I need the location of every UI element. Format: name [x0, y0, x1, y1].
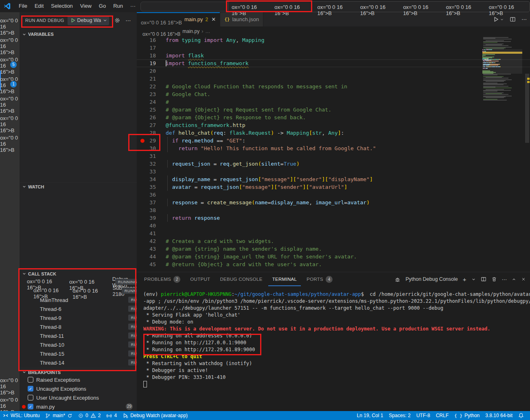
ports-indicator[interactable]: 4 [103, 411, 120, 420]
launch-config-dropdown[interactable]: Debug Wa [68, 15, 110, 25]
language-mode[interactable]: { }Python [451, 411, 482, 420]
panel-tab-terminal[interactable]: TERMINAL [268, 272, 301, 286]
line-number[interactable]: 39 [137, 214, 166, 222]
menu-view[interactable]: View [77, 3, 95, 9]
debug-settings-gear-icon[interactable] [114, 17, 120, 24]
breakpoint-row[interactable]: ✓main.py29 [20, 402, 137, 411]
run-python-file-button[interactable] [493, 16, 504, 22]
sidebar-more-actions-icon[interactable]: ⋯ [125, 18, 131, 24]
line-number[interactable]: 24 [137, 98, 166, 106]
line-number[interactable]: 16 [137, 36, 166, 44]
python-interpreter[interactable]: 3.8.10 64-bit [482, 411, 515, 420]
terminal-output[interactable]: (env) pierrick@LAPTOP-HKU5PNNG:~/git/goo… [143, 291, 526, 389]
line-number[interactable]: 23 [137, 90, 166, 98]
step-out-icon[interactable]: ox="0 0 16 16">B [403, 0, 440, 16]
panel-tab-output[interactable]: OUTPUT [186, 272, 214, 286]
callstack-row[interactable]: ox="0 0 16 16">Box="0 0 16 16">BSubproce… [20, 287, 137, 295]
line-number[interactable]: 40 [137, 222, 166, 230]
panel-tab-problems[interactable]: PROBLEMS2 [140, 272, 184, 286]
code-line[interactable]: 26# @param {Object} res Response to send… [137, 114, 530, 121]
line-number[interactable]: 42 [137, 237, 166, 245]
code-line[interactable]: 28def hello_chat(req: flask.Request) -> … [137, 129, 530, 137]
callstack-row[interactable]: Thread-14RUNNING [20, 358, 137, 367]
callstack-row[interactable]: Thread-10RUNNING [20, 340, 137, 349]
line-number[interactable]: 31 [137, 152, 166, 160]
line-number[interactable]: 35 [137, 183, 166, 191]
code-line[interactable]: 30 return "Hello! This function must be … [137, 144, 530, 152]
code-line[interactable]: 36 [137, 191, 530, 199]
code-line[interactable]: 31 [137, 152, 530, 160]
line-number[interactable]: 38 [137, 206, 166, 214]
stop-icon[interactable]: ox="0 0 16 16">B [489, 0, 526, 16]
line-number[interactable]: 28 [137, 129, 166, 137]
code-line[interactable]: 23# Google Chat. [137, 90, 530, 98]
code-line[interactable]: 34 display_name = request_json["message"… [137, 175, 530, 183]
callstack-row[interactable]: Thread-8RUNNING [20, 322, 137, 331]
line-number[interactable]: 37 [137, 199, 166, 206]
line-number[interactable]: 17 [137, 44, 166, 52]
code-line[interactable]: 20 [137, 67, 530, 75]
callstack-row[interactable]: MainThreadRUNNING [20, 295, 137, 304]
minimap[interactable] [482, 37, 522, 102]
line-number[interactable]: 34 [137, 175, 166, 183]
line-number[interactable]: 25 [137, 106, 166, 114]
code-line[interactable]: 25# @param {Object} req Request sent fro… [137, 106, 530, 114]
code-line[interactable]: 38 [137, 206, 530, 214]
code-line[interactable]: 17 [137, 44, 530, 52]
chevron-up-icon[interactable] [512, 277, 516, 282]
code-line[interactable]: 45# @return {Object} a card with the use… [137, 260, 530, 268]
split-terminal-icon[interactable] [481, 276, 486, 282]
code-line[interactable]: 16from typing import Any, Mapping [137, 36, 530, 44]
remote-indicator[interactable]: WSL: Ubuntu [0, 411, 42, 420]
checkbox[interactable] [28, 377, 33, 383]
breakpoint-row[interactable]: ✓Uncaught Exceptions [20, 384, 137, 393]
kill-terminal-icon[interactable] [491, 276, 497, 282]
close-panel-icon[interactable] [521, 277, 526, 282]
terminal-instance-label[interactable]: Python Debug Console [405, 276, 458, 282]
line-number[interactable]: 33 [137, 168, 166, 175]
step-into-icon[interactable]: ox="0 0 16 16">B [360, 0, 398, 16]
line-number[interactable]: 44 [137, 253, 166, 260]
start-debug-icon[interactable] [70, 18, 76, 23]
menu-go[interactable]: Go [95, 3, 110, 9]
problems-indicator[interactable]: 0 2 [75, 411, 103, 420]
code-line[interactable]: 19import functions_framework [137, 59, 530, 67]
line-number[interactable]: 22 [137, 83, 166, 90]
cursor-position[interactable]: Ln 19, Col 1 [354, 411, 386, 420]
variables-section-header[interactable]: VARIABLES [20, 30, 137, 38]
chevron-down-icon[interactable] [471, 277, 476, 282]
tab-main.py[interactable]: ox="0 0 16 16">Bmain.py2✕ [137, 12, 220, 26]
code-line[interactable]: 40 [137, 222, 530, 230]
restart-icon[interactable]: ox="0 0 16 16">B [446, 0, 483, 16]
line-number[interactable]: 43 [137, 245, 166, 253]
close-tab-icon[interactable]: ✕ [211, 16, 216, 22]
panel-tab-ports[interactable]: PORTS4 [302, 272, 337, 286]
code-line[interactable]: 41 [137, 230, 530, 237]
code-editor[interactable]: 16from typing import Any, Mapping1718imp… [137, 36, 530, 284]
step-over-icon[interactable]: ox="0 0 16 16">B [318, 0, 355, 16]
menu-selection[interactable]: Selection [47, 3, 76, 9]
notifications-bell-icon[interactable] [515, 411, 527, 420]
editor-more-actions-icon[interactable]: ⋯ [521, 16, 527, 22]
code-line[interactable]: 22# Google Cloud Function that responds … [137, 83, 530, 90]
activitybar-testing[interactable]: ox="0 0 16 16">B [0, 129, 20, 149]
code-line[interactable]: 18import flask [137, 52, 530, 59]
line-number[interactable]: 41 [137, 230, 166, 237]
line-number[interactable]: 45 [137, 260, 166, 268]
checkbox[interactable]: ✓ [28, 404, 33, 409]
panel-more-actions-icon[interactable]: ⋯ [502, 276, 507, 282]
git-branch-indicator[interactable]: main* [42, 411, 75, 420]
menu-[interactable]: ··· [127, 3, 139, 9]
line-number[interactable]: 26 [137, 114, 166, 121]
line-number[interactable]: 29 [137, 137, 166, 144]
code-line[interactable]: 39 return response [137, 214, 530, 222]
panel-tab-debug-console[interactable]: DEBUG CONSOLE [216, 272, 266, 286]
menu-run[interactable]: Run [110, 3, 127, 9]
activitybar-settings[interactable]: ox="0 0 16 16">B [0, 392, 20, 411]
code-line[interactable]: 24# [137, 98, 530, 106]
code-line[interactable]: 33 [137, 168, 530, 175]
editor-scrollbar[interactable] [524, 36, 530, 284]
pause-icon[interactable]: ox="0 0 16 16">B [274, 0, 312, 16]
callstack-row[interactable]: Thread-11RUNNING [20, 331, 137, 340]
line-number[interactable]: 18 [137, 52, 166, 59]
